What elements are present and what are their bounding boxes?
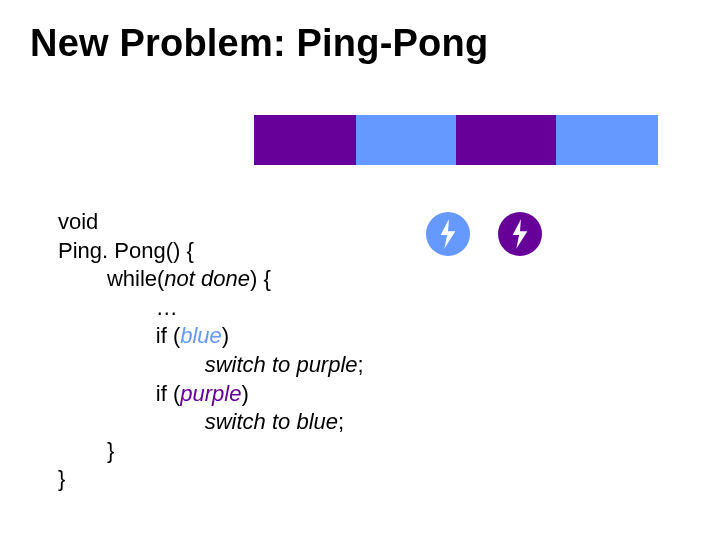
bar-segment-blue bbox=[356, 115, 456, 165]
code-line-part: ; bbox=[358, 352, 364, 377]
bar-segment-purple bbox=[254, 115, 356, 165]
code-line-part: ; bbox=[338, 409, 344, 434]
slide-title: New Problem: Ping-Pong bbox=[30, 22, 488, 65]
code-kw-purple: purple bbox=[180, 381, 241, 406]
code-line-part bbox=[58, 409, 205, 434]
bar-segment-blue bbox=[556, 115, 658, 165]
code-line: } bbox=[58, 438, 114, 463]
code-line-part: ) bbox=[241, 381, 248, 406]
code-kw-blue: blue bbox=[180, 323, 222, 348]
code-italic: not done bbox=[164, 266, 250, 291]
thread-blue-icon bbox=[426, 212, 470, 256]
thread-purple-icon bbox=[498, 212, 542, 256]
code-italic: switch to purple bbox=[205, 352, 358, 377]
code-line: … bbox=[58, 295, 178, 320]
bar-segment-purple bbox=[456, 115, 556, 165]
slide: New Problem: Ping-Pong void Ping. Pong()… bbox=[0, 0, 720, 540]
code-line-part: if ( bbox=[58, 381, 180, 406]
code-line-part: while( bbox=[58, 266, 164, 291]
code-line-part: ) { bbox=[250, 266, 271, 291]
code-line-part bbox=[58, 352, 205, 377]
code-block: void Ping. Pong() { while(not done) { … … bbox=[58, 208, 364, 494]
lightning-icon bbox=[509, 219, 531, 249]
lightning-icon bbox=[437, 219, 459, 249]
pingpong-bar bbox=[254, 115, 658, 165]
svg-marker-1 bbox=[513, 219, 528, 248]
code-line: } bbox=[58, 466, 65, 491]
svg-marker-0 bbox=[441, 219, 456, 248]
code-line-part: if ( bbox=[58, 323, 180, 348]
code-line-part: ) bbox=[222, 323, 229, 348]
code-line: Ping. Pong() { bbox=[58, 238, 194, 263]
code-italic: switch to blue bbox=[205, 409, 338, 434]
code-line: void bbox=[58, 209, 98, 234]
